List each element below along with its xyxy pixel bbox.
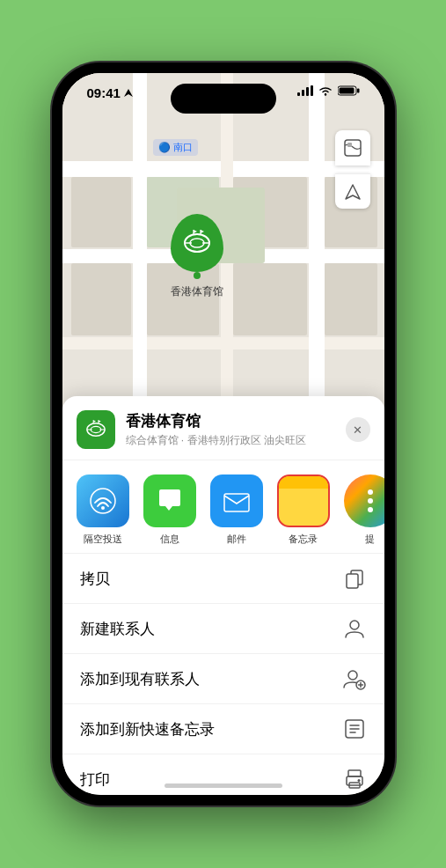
map-background: [62, 73, 384, 408]
share-item-notes[interactable]: 备忘录: [277, 474, 330, 546]
svg-rect-15: [309, 73, 325, 408]
svg-marker-34: [194, 230, 197, 233]
mail-label: 邮件: [227, 533, 246, 546]
airdrop-icon: [89, 487, 117, 515]
svg-point-62: [357, 779, 360, 782]
airdrop-label: 隔空投送: [84, 533, 122, 546]
action-list: 拷贝 新建联系人: [62, 554, 384, 795]
messages-label: 信息: [160, 533, 179, 546]
svg-rect-26: [345, 140, 361, 156]
add-existing-icon: [342, 666, 367, 691]
action-copy[interactable]: 拷贝: [62, 554, 384, 604]
location-arrow-icon: [344, 183, 362, 201]
copy-icon-svg: [344, 568, 365, 589]
action-add-existing[interactable]: 添加到现有联系人: [62, 654, 384, 704]
svg-rect-13: [133, 73, 147, 408]
marker-label: 香港体育馆: [171, 284, 223, 299]
svg-rect-20: [71, 177, 131, 247]
venue-name: 香港体育馆: [126, 411, 346, 431]
signal-icon: [297, 85, 313, 96]
contact-icon-svg: [343, 617, 366, 640]
print-icon: [342, 767, 367, 791]
share-item-more[interactable]: 提: [344, 474, 384, 546]
map-marker: 香港体育馆: [171, 214, 223, 299]
svg-marker-0: [124, 89, 133, 97]
svg-rect-49: [347, 574, 358, 588]
action-quick-note-label: 添加到新快速备忘录: [80, 719, 215, 739]
venue-info: 香港体育馆 综合体育馆 · 香港特别行政区 油尖旺区: [126, 411, 346, 448]
svg-rect-19: [233, 263, 307, 335]
status-time: 09:41: [87, 85, 134, 100]
new-contact-icon: [342, 616, 367, 641]
action-print[interactable]: 打印: [62, 754, 384, 795]
phone-frame: 09:41: [52, 63, 395, 805]
wifi-icon: [318, 85, 333, 96]
svg-point-30: [190, 239, 204, 247]
svg-marker-44: [98, 420, 100, 423]
svg-point-51: [348, 671, 357, 680]
messages-icon-wrap: [143, 474, 196, 527]
map-area[interactable]: 🔵 南口: [62, 73, 384, 408]
svg-point-38: [91, 426, 101, 432]
svg-rect-2: [302, 90, 304, 96]
share-item-airdrop[interactable]: 隔空投送: [77, 474, 129, 546]
svg-rect-7: [357, 89, 360, 93]
svg-rect-59: [348, 770, 361, 776]
location-button[interactable]: [335, 173, 370, 209]
venue-subtitle: 综合体育馆 · 香港特别行政区 油尖旺区: [126, 433, 346, 448]
venue-icon: [77, 410, 115, 449]
sheet-header: 香港体育馆 综合体育馆 · 香港特别行政区 油尖旺区 ✕: [62, 410, 384, 460]
add-contact-icon-svg: [343, 667, 366, 690]
svg-marker-36: [201, 230, 204, 233]
svg-rect-47: [224, 494, 249, 511]
quick-note-icon-svg: [343, 717, 366, 740]
time-display: 09:41: [87, 85, 121, 100]
svg-rect-3: [306, 87, 309, 96]
svg-point-5: [324, 93, 325, 95]
svg-rect-8: [339, 88, 354, 94]
svg-rect-1: [297, 92, 300, 96]
marker-pin: [171, 214, 223, 272]
action-new-contact[interactable]: 新建联系人: [62, 604, 384, 654]
map-type-button[interactable]: [335, 130, 370, 166]
copy-icon: [342, 566, 367, 591]
action-print-label: 打印: [80, 769, 110, 790]
close-button[interactable]: ✕: [346, 417, 370, 442]
action-new-contact-label: 新建联系人: [80, 619, 155, 639]
svg-marker-28: [346, 185, 360, 199]
share-item-messages[interactable]: 信息: [143, 474, 196, 546]
quick-note-icon: [342, 717, 367, 741]
svg-point-46: [101, 506, 105, 510]
stadium-icon: [181, 227, 213, 259]
venue-stadium-icon: [84, 418, 107, 441]
svg-rect-23: [71, 263, 131, 335]
share-row: 隔空投送 信息: [62, 460, 384, 554]
battery-icon: [338, 85, 360, 96]
location-label-text: 🔵 南口: [158, 142, 193, 152]
svg-rect-27: [347, 143, 352, 147]
mail-icon-wrap: [210, 474, 263, 527]
dynamic-island: [171, 84, 276, 114]
action-quick-note[interactable]: 添加到新快速备忘录: [62, 704, 384, 754]
action-copy-label: 拷贝: [80, 569, 110, 589]
notes-label: 备忘录: [289, 533, 318, 546]
home-indicator: [165, 783, 282, 788]
messages-icon: [155, 486, 185, 516]
map-controls[interactable]: [335, 130, 370, 209]
phone-screen: 09:41: [62, 73, 384, 795]
map-type-icon: [343, 138, 362, 158]
mail-icon: [222, 486, 252, 516]
more-label: 提: [365, 533, 375, 546]
action-add-existing-label: 添加到现有联系人: [80, 669, 200, 689]
map-location-label: 🔵 南口: [153, 139, 198, 156]
airdrop-icon-wrap: [77, 474, 129, 527]
svg-rect-4: [311, 85, 313, 96]
share-item-mail[interactable]: 邮件: [210, 474, 263, 546]
svg-marker-42: [93, 420, 96, 423]
notes-icon-wrap: [277, 474, 330, 527]
more-icon-wrap: [344, 474, 384, 527]
bottom-sheet: 香港体育馆 综合体育馆 · 香港特别行政区 油尖旺区 ✕: [62, 396, 384, 795]
close-label: ✕: [353, 423, 362, 437]
svg-rect-22: [325, 263, 377, 335]
status-icons: [297, 85, 360, 96]
